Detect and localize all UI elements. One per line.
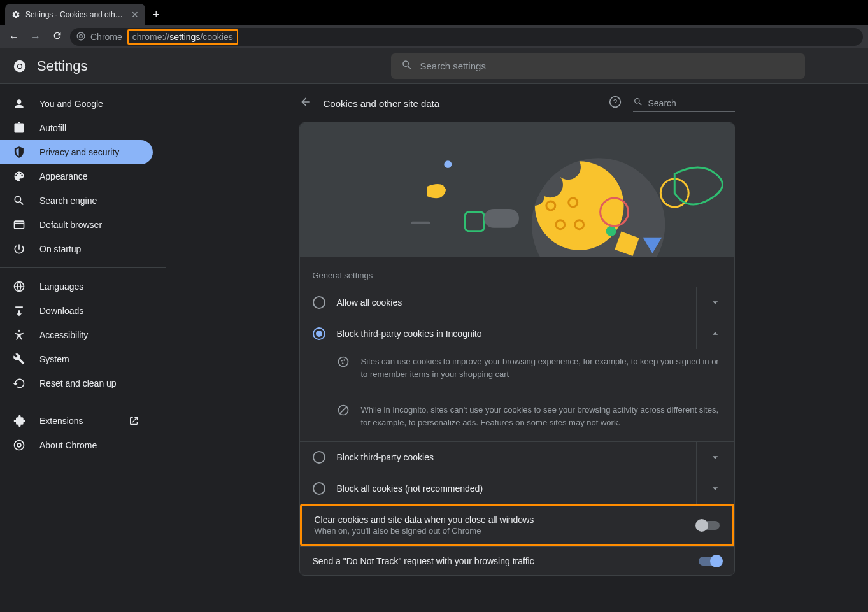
- sidebar-item-label: Reset and clean up: [39, 378, 117, 388]
- url-scheme-label: Chrome: [90, 32, 122, 42]
- browser-tab[interactable]: Settings - Cookies and other site ✕: [5, 4, 145, 25]
- browser-tab-strip: Settings - Cookies and other site ✕ +: [0, 0, 868, 25]
- sidebar-item-label: On startup: [39, 244, 81, 254]
- radio-block-third-party-incognito[interactable]: Block third-party cookies in Incognito: [300, 318, 734, 349]
- radio-icon: [313, 296, 325, 309]
- svg-point-27: [338, 357, 348, 367]
- search-icon: [633, 97, 643, 109]
- svg-point-28: [341, 360, 343, 362]
- sidebar-item-label: Downloads: [39, 306, 83, 316]
- toggle-do-not-track[interactable]: Send a "Do Not Track" request with your …: [300, 546, 734, 575]
- toggle-clear-cookies-on-close[interactable]: Clear cookies and site data when you clo…: [302, 506, 732, 544]
- info-row-incognito: While in Incognito, sites can't use your…: [300, 397, 734, 435]
- sidebar-item-label: Appearance: [39, 171, 88, 181]
- svg-point-4: [18, 64, 22, 68]
- sidebar-item-about-chrome[interactable]: About Chrome: [0, 433, 153, 457]
- browser-icon: [13, 218, 25, 231]
- sidebar-item-label: Accessibility: [39, 330, 88, 340]
- settings-search[interactable]: Search settings: [391, 53, 805, 79]
- settings-header: Settings Search settings: [0, 48, 868, 84]
- sidebar-item-languages[interactable]: Languages: [0, 274, 153, 299]
- person-icon: [13, 97, 25, 110]
- external-link-icon: [127, 415, 140, 427]
- sidebar-separator: [0, 267, 166, 268]
- sidebar-item-appearance[interactable]: Appearance: [0, 164, 153, 189]
- chrome-icon: [13, 439, 25, 452]
- clipboard-icon: [13, 122, 25, 134]
- sidebar-item-downloads[interactable]: Downloads: [0, 299, 153, 323]
- radio-block-third-party[interactable]: Block third-party cookies: [300, 441, 734, 473]
- radio-allow-all-cookies[interactable]: Allow all cookies: [300, 287, 734, 318]
- radio-label: Block third-party cookies: [337, 452, 685, 462]
- globe-icon: [13, 280, 25, 293]
- reload-icon[interactable]: [48, 31, 66, 43]
- gear-icon: [11, 10, 20, 19]
- chevron-down-icon[interactable]: [696, 287, 734, 318]
- chevron-up-icon[interactable]: [696, 318, 734, 349]
- sidebar-item-autofill[interactable]: Autofill: [0, 116, 153, 140]
- sidebar-item-search-engine[interactable]: Search engine: [0, 189, 153, 213]
- svg-text:?: ?: [613, 97, 617, 106]
- svg-point-29: [343, 359, 345, 361]
- page-back-icon[interactable]: [299, 96, 312, 111]
- info-text: Sites can use cookies to improve your br…: [361, 355, 722, 380]
- address-bar[interactable]: Chrome chrome://settings/cookies: [70, 28, 863, 46]
- radio-label: Block third-party cookies in Incognito: [337, 329, 685, 339]
- sidebar-item-accessibility[interactable]: Accessibility: [0, 323, 153, 347]
- svg-rect-5: [15, 221, 24, 229]
- palette-icon: [13, 170, 25, 183]
- radio-label: Allow all cookies: [337, 297, 685, 308]
- app-title: Settings: [37, 58, 88, 75]
- cookie-icon: [337, 355, 350, 380]
- help-icon[interactable]: ?: [609, 96, 622, 111]
- toggle-label: Send a "Do Not Track" request with your …: [313, 556, 687, 566]
- svg-point-10: [17, 443, 21, 447]
- sidebar-item-you-and-google[interactable]: You and Google: [0, 92, 153, 116]
- svg-point-22: [606, 226, 616, 236]
- search-placeholder: Search: [648, 98, 676, 108]
- extension-icon: [13, 415, 25, 427]
- svg-point-9: [15, 441, 24, 450]
- svg-point-1: [80, 34, 83, 38]
- toggle-switch[interactable]: [699, 557, 722, 566]
- svg-point-8: [18, 330, 20, 332]
- chrome-icon: [76, 32, 85, 43]
- radio-block-all-cookies[interactable]: Block all cookies (not recommended): [300, 473, 734, 504]
- toggle-switch[interactable]: [697, 521, 720, 530]
- settings-sidebar: You and Google Autofill Privacy and secu…: [0, 84, 166, 612]
- sidebar-item-privacy-security[interactable]: Privacy and security: [0, 140, 153, 164]
- accessibility-icon: [13, 329, 25, 341]
- new-tab-button[interactable]: +: [153, 8, 160, 22]
- wrench-icon: [13, 353, 25, 366]
- svg-rect-21: [484, 209, 519, 228]
- radio-label: Block all cookies (not recommended): [337, 483, 685, 494]
- forward-icon[interactable]: →: [27, 31, 45, 43]
- search-icon: [13, 194, 25, 207]
- sidebar-item-reset[interactable]: Reset and clean up: [0, 371, 153, 395]
- sidebar-item-system[interactable]: System: [0, 347, 153, 371]
- chrome-logo-icon: [13, 59, 27, 73]
- sidebar-item-label: About Chrome: [39, 440, 97, 450]
- radio-icon: [313, 451, 325, 464]
- sidebar-item-extensions[interactable]: Extensions: [0, 409, 153, 433]
- page-header: Cookies and other site data ? Search: [299, 84, 735, 122]
- back-icon[interactable]: ←: [5, 31, 23, 43]
- toggle-label: Clear cookies and site data when you clo…: [315, 515, 685, 525]
- radio-icon: [313, 482, 325, 495]
- url-highlight: chrome://settings/cookies: [127, 29, 238, 45]
- sidebar-item-label: Default browser: [39, 220, 102, 230]
- svg-rect-19: [465, 212, 484, 231]
- page-title: Cookies and other site data: [324, 98, 597, 109]
- sidebar-item-on-startup[interactable]: On startup: [0, 237, 153, 261]
- svg-line-32: [339, 406, 347, 414]
- restore-icon: [13, 377, 25, 390]
- svg-point-18: [444, 160, 452, 168]
- chevron-down-icon[interactable]: [696, 473, 734, 504]
- tab-title: Settings - Cookies and other site: [25, 10, 126, 19]
- radio-icon: [313, 327, 325, 340]
- sidebar-item-default-browser[interactable]: Default browser: [0, 213, 153, 237]
- info-separator: [337, 392, 722, 392]
- page-search[interactable]: Search: [633, 94, 735, 112]
- close-icon[interactable]: ✕: [131, 10, 139, 20]
- chevron-down-icon[interactable]: [696, 442, 734, 473]
